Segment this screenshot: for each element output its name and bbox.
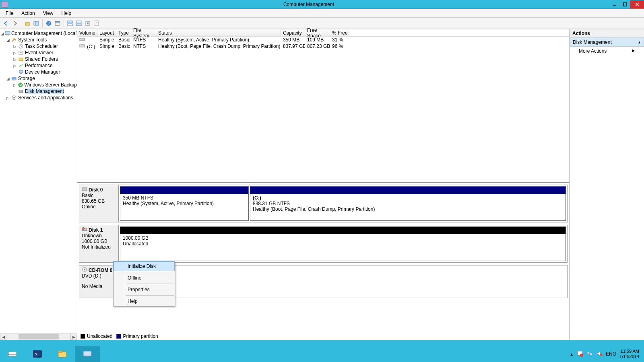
partition-bar	[120, 187, 248, 194]
tree-ws-backup[interactable]: ▷ Windows Server Backup	[0, 82, 77, 88]
tree-shared-folders[interactable]: ▷ Shared Folders	[0, 56, 77, 62]
clock-date: 1/14/2014	[619, 354, 639, 359]
window-controls	[609, 0, 644, 8]
view-bottom-button[interactable]	[75, 20, 83, 27]
volume-row[interactable]: (C:) Simple Basic NTFS Healthy (Boot, Pa…	[77, 43, 569, 49]
partition-label: 1000.00 GB Unallocated	[120, 234, 566, 248]
backup-icon	[17, 82, 23, 88]
partition-unallocated[interactable]: 1000.00 GB Unallocated	[120, 226, 566, 261]
menu-file[interactable]: File	[2, 9, 17, 17]
partition-size: 1000.00 GB	[123, 235, 563, 241]
col-free[interactable]: Free Space	[305, 29, 330, 36]
settings-button[interactable]	[84, 20, 91, 27]
tray-overflow-button[interactable]: ▲	[570, 352, 574, 356]
refresh-button[interactable]	[54, 20, 61, 27]
forward-button[interactable]	[11, 20, 19, 27]
menu-view[interactable]: View	[39, 9, 58, 17]
partition-c[interactable]: (C:) 838.31 GB NTFS Healthy (Boot, Page …	[250, 186, 566, 221]
disk-header[interactable]: Disk 0 Basic 838.65 GB Online	[79, 185, 119, 222]
menu-help[interactable]: Help	[114, 296, 175, 306]
expander-icon[interactable]: ▷	[13, 57, 17, 62]
cell-free: 807.23 GB	[305, 43, 330, 49]
minimize-button[interactable]	[609, 0, 620, 8]
close-button[interactable]	[630, 0, 644, 8]
col-layout[interactable]: Layout	[97, 29, 116, 36]
back-button[interactable]	[2, 20, 10, 27]
menu-action[interactable]: Action	[17, 9, 39, 17]
taskbar-computer-management[interactable]	[75, 346, 100, 362]
cell-fs: NTFS	[131, 43, 156, 49]
tray-flag-icon[interactable]	[577, 350, 583, 358]
expander-icon[interactable]: ▷	[13, 83, 17, 87]
menu-initialize-disk[interactable]: Initialize Disk	[114, 261, 175, 271]
menu-properties[interactable]: Properties	[114, 285, 175, 294]
svg-rect-13	[76, 21, 81, 23]
disk-row-disk1[interactable]: Disk 1 Unknown 1000.00 GB Not Initialize…	[79, 225, 568, 263]
tree-services-apps[interactable]: ▷ Services and Applications	[0, 95, 77, 101]
expander-icon[interactable]: ▷	[6, 96, 10, 100]
svg-point-42	[84, 269, 85, 270]
menubar: File Action View Help	[0, 9, 644, 18]
tray-language[interactable]: ENG	[606, 351, 616, 357]
col-capacity[interactable]: Capacity	[281, 29, 305, 36]
disk-icon	[82, 187, 87, 193]
scroll-thumb[interactable]	[19, 334, 59, 339]
tree-root[interactable]: ◢ Computer Management (Local)	[0, 30, 77, 37]
tree-system-tools[interactable]: ◢ System Tools	[0, 37, 77, 43]
maximize-button[interactable]	[620, 0, 630, 8]
tray-volume-icon[interactable]	[596, 350, 603, 358]
expander-icon[interactable]: ◢	[6, 76, 10, 81]
col-type[interactable]: Type	[116, 29, 131, 36]
partition-bar	[120, 227, 566, 234]
tree-h-scrollbar[interactable]: ◀ ▶	[0, 333, 77, 340]
col-status[interactable]: Status	[156, 29, 281, 36]
partition-name: (C:)	[253, 195, 563, 201]
tray-network-icon[interactable]	[586, 350, 593, 358]
cdrom-icon	[82, 267, 87, 273]
tree-performance[interactable]: ▷ Performance	[0, 62, 77, 69]
svg-rect-14	[76, 24, 81, 26]
svg-rect-11	[68, 21, 72, 23]
scroll-left-button[interactable]: ◀	[0, 334, 6, 340]
scroll-track[interactable]	[6, 334, 70, 340]
tree-device-manager[interactable]: ▷ Device Manager	[0, 69, 77, 75]
col-pfree[interactable]: % Free	[330, 29, 350, 36]
disk-header[interactable]: Disk 1 Unknown 1000.00 GB Not Initialize…	[79, 225, 119, 262]
disk-icon	[18, 88, 24, 94]
disk-name: Disk 1	[89, 227, 103, 233]
help-button[interactable]: ?	[45, 20, 52, 27]
cell-pfree: 96 %	[330, 43, 350, 49]
expander-icon[interactable]: ▷	[13, 51, 17, 55]
actions-more-actions[interactable]: More Actions ▶	[570, 47, 644, 56]
tree-storage[interactable]: ◢ Storage	[0, 75, 77, 82]
expander-icon[interactable]: ◢	[1, 31, 4, 36]
nav-tree[interactable]: ◢ Computer Management (Local) ◢ System T…	[0, 29, 77, 101]
cell-status: Healthy (Boot, Page File, Crash Dump, Pr…	[156, 43, 281, 49]
expander-icon[interactable]: ▷	[13, 44, 17, 49]
menu-help[interactable]: Help	[58, 9, 76, 17]
volume-row[interactable]: Simple Basic NTFS Healthy (System, Activ…	[77, 37, 569, 43]
actions-section-disk-management[interactable]: Disk Management ▲	[570, 38, 644, 47]
taskbar-server-manager[interactable]	[0, 346, 25, 362]
taskbar-powershell[interactable]: >_	[25, 346, 50, 362]
col-filesystem[interactable]: File System	[131, 29, 156, 36]
col-volume[interactable]: Volume	[77, 29, 97, 36]
collapse-icon[interactable]: ▲	[638, 40, 641, 44]
expander-icon[interactable]: ◢	[6, 38, 10, 42]
tree-task-scheduler[interactable]: ▷ Task Scheduler	[0, 43, 77, 49]
disk-row-disk0[interactable]: Disk 0 Basic 838.65 GB Online 350 MB NTF…	[79, 185, 568, 222]
show-hide-tree-button[interactable]	[33, 20, 40, 27]
expander-icon[interactable]: ▷	[13, 64, 17, 68]
view-top-button[interactable]	[66, 20, 74, 27]
partition-system[interactable]: 350 MB NTFS Healthy (System, Active, Pri…	[120, 186, 249, 221]
taskbar-explorer[interactable]	[50, 346, 75, 362]
tree-event-viewer[interactable]: ▷ Event Viewer	[0, 49, 77, 56]
svg-rect-17	[95, 21, 98, 26]
clock-time: 11:59 AM	[619, 349, 639, 354]
tray-clock[interactable]: 11:59 AM 1/14/2014	[619, 349, 642, 359]
up-button[interactable]	[24, 20, 31, 27]
properties-button[interactable]	[93, 20, 100, 27]
tree-disk-management[interactable]: ▷ Disk Management	[0, 88, 77, 95]
scroll-right-button[interactable]: ▶	[70, 334, 77, 340]
menu-offline[interactable]: Offline	[114, 273, 175, 283]
